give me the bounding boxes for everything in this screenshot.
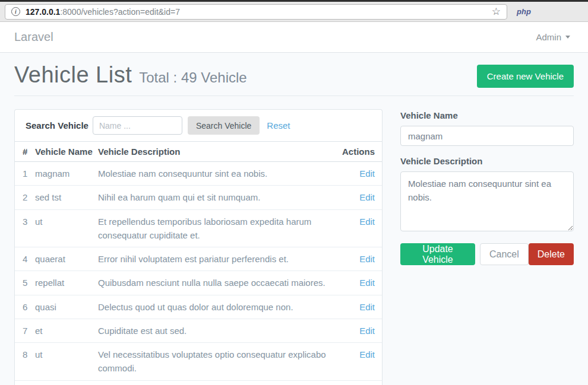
delete-button[interactable]: Delete xyxy=(529,243,574,265)
row-vehicle-name: ut xyxy=(35,343,98,381)
row-number: 7 xyxy=(15,319,35,342)
table-header-row: # Vehicle Name Vehicle Description Actio… xyxy=(15,142,382,162)
table-row: 5 repellat Quibusdam nesciunt nulla null… xyxy=(15,271,382,295)
cancel-button[interactable]: Cancel xyxy=(480,243,529,265)
row-vehicle-name: voluptates xyxy=(35,380,98,385)
edit-link[interactable]: Edit xyxy=(359,302,375,312)
vehicle-name-input[interactable] xyxy=(400,126,574,146)
total-count-label: Total : 49 Vehicle xyxy=(139,69,246,86)
row-vehicle-description: Quaerat maxime qui dolore. xyxy=(98,380,342,385)
row-vehicle-description: Et repellendus temporibus laboriosam exp… xyxy=(98,209,342,247)
row-vehicle-description: Molestiae nam consequuntur sint ea nobis… xyxy=(98,162,342,186)
row-number: 4 xyxy=(15,247,35,271)
search-bar: Search Vehicle Search Vehicle Reset xyxy=(15,110,382,142)
edit-link[interactable]: Edit xyxy=(359,349,375,359)
row-number: 3 xyxy=(15,209,35,247)
address-bar[interactable]: i 127.0.0.1:8000/vehicles?action=edit&id… xyxy=(5,4,507,20)
browser-toolbar: i 127.0.0.1:8000/vehicles?action=edit&id… xyxy=(0,2,588,22)
chevron-down-icon xyxy=(565,36,570,39)
app-navbar: Laravel Admin xyxy=(0,22,588,53)
table-row: 7 et Cupiditate est aut sed. Edit xyxy=(15,319,382,342)
search-button[interactable]: Search Vehicle xyxy=(188,116,260,135)
vehicle-table: # Vehicle Name Vehicle Description Actio… xyxy=(15,142,382,385)
search-input[interactable] xyxy=(93,116,182,135)
table-row: 1 magnam Molestiae nam consequuntur sint… xyxy=(15,162,382,186)
vehicle-description-textarea[interactable]: Molestiae nam consequuntur sint ea nobis… xyxy=(400,171,574,231)
table-row: 3 ut Et repellendus temporibus laboriosa… xyxy=(15,209,382,247)
vehicle-table-body: 1 magnam Molestiae nam consequuntur sint… xyxy=(15,162,382,385)
brand-link[interactable]: Laravel xyxy=(14,30,53,44)
row-vehicle-name: magnam xyxy=(35,162,98,186)
row-vehicle-description: Quibusdam nesciunt nulla nulla saepe occ… xyxy=(98,271,342,295)
browser-chrome: i 127.0.0.1:8000/vehicles?action=edit&id… xyxy=(0,0,588,22)
table-row: 2 sed tst Nihil ea harum quam qui et sit… xyxy=(15,186,382,209)
header-divider xyxy=(14,96,574,96)
row-number: 8 xyxy=(15,343,35,381)
header-actions: Actions xyxy=(342,142,382,162)
table-row: 9 voluptates Quaerat maxime qui dolore. … xyxy=(15,380,382,385)
header-vehicle-description: Vehicle Description xyxy=(98,142,342,162)
bookmark-star-icon[interactable]: ☆ xyxy=(492,7,501,17)
page-title: Vehicle List xyxy=(14,62,132,88)
row-vehicle-name: quasi xyxy=(35,295,98,319)
row-vehicle-description: Cupiditate est aut sed. xyxy=(98,319,342,342)
vehicle-list-panel: Search Vehicle Search Vehicle Reset # Ve… xyxy=(14,109,382,385)
edit-link[interactable]: Edit xyxy=(359,254,375,264)
row-vehicle-name: repellat xyxy=(35,271,98,295)
update-vehicle-button[interactable]: Update Vehicle xyxy=(400,243,475,265)
row-vehicle-name: quaerat xyxy=(35,247,98,271)
row-vehicle-name: et xyxy=(35,319,98,342)
row-vehicle-name: ut xyxy=(35,209,98,247)
form-buttons: Update Vehicle Cancel Delete xyxy=(400,243,574,265)
row-vehicle-description: Error nihil voluptatem est pariatur perf… xyxy=(98,247,342,271)
row-number: 6 xyxy=(15,295,35,319)
row-vehicle-description: Delectus quod ut quas dolor aut doloremq… xyxy=(98,295,342,319)
table-row: 6 quasi Delectus quod ut quas dolor aut … xyxy=(15,295,382,319)
page-content: Vehicle List Total : 49 Vehicle Create n… xyxy=(0,62,588,385)
edit-link[interactable]: Edit xyxy=(359,326,375,336)
row-vehicle-name: sed tst xyxy=(35,186,98,209)
edit-link[interactable]: Edit xyxy=(359,192,375,202)
user-dropdown[interactable]: Admin xyxy=(536,32,570,42)
row-number: 9 xyxy=(15,380,35,385)
header-vehicle-name: Vehicle Name xyxy=(35,142,98,162)
table-row: 4 quaerat Error nihil voluptatem est par… xyxy=(15,247,382,271)
url-path: :8000/vehicles?action=edit&id=7 xyxy=(60,7,180,17)
user-dropdown-label: Admin xyxy=(536,32,561,42)
edit-link[interactable]: Edit xyxy=(359,278,375,288)
url-text: 127.0.0.1:8000/vehicles?action=edit&id=7 xyxy=(26,7,492,17)
row-number: 5 xyxy=(15,271,35,295)
vehicle-description-label: Vehicle Description xyxy=(400,156,574,166)
page-header: Vehicle List Total : 49 Vehicle Create n… xyxy=(14,62,574,88)
vehicle-name-label: Vehicle Name xyxy=(400,110,574,120)
php-extension-icon[interactable]: php xyxy=(517,7,531,16)
row-number: 2 xyxy=(15,186,35,209)
edit-link[interactable]: Edit xyxy=(359,168,375,179)
edit-vehicle-form: Vehicle Name Vehicle Description Molesti… xyxy=(400,109,574,265)
search-label: Search Vehicle xyxy=(26,120,88,131)
row-vehicle-description: Vel necessitatibus voluptates optio cons… xyxy=(98,343,342,381)
create-vehicle-button[interactable]: Create new Vehicle xyxy=(477,65,574,88)
edit-link[interactable]: Edit xyxy=(359,217,375,227)
row-number: 1 xyxy=(15,162,35,186)
reset-link[interactable]: Reset xyxy=(267,120,290,131)
header-num: # xyxy=(15,142,35,162)
table-row: 8 ut Vel necessitatibus voluptates optio… xyxy=(15,343,382,381)
row-vehicle-description: Nihil ea harum quam qui et sit numquam. xyxy=(98,186,342,209)
page-info-icon[interactable]: i xyxy=(11,7,20,16)
url-host: 127.0.0.1 xyxy=(26,7,60,17)
